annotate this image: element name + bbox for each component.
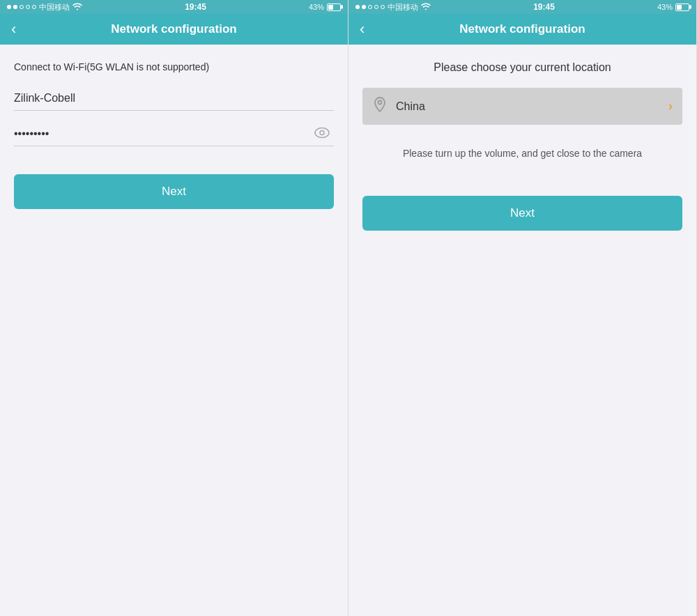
r-dot-1 <box>355 5 360 9</box>
right-next-button[interactable]: Next <box>362 196 682 231</box>
location-name: China <box>396 100 668 113</box>
instruction-text: Please turn up the volume, and get close… <box>362 146 682 161</box>
right-wifi-icon <box>421 2 431 12</box>
right-nav-title: Network configuration <box>459 22 585 36</box>
left-status-left: 中国移动 <box>7 2 82 13</box>
dot-1 <box>7 5 11 9</box>
password-input[interactable] <box>14 122 334 146</box>
left-battery-icon <box>327 3 341 11</box>
left-battery-fill <box>328 5 333 10</box>
right-phone-panel: 中国移动 19:45 43% ‹ Network configuration P… <box>348 0 697 616</box>
location-pin-icon <box>372 96 388 116</box>
r-dot-2 <box>362 5 366 9</box>
right-status-right: 43% <box>657 3 689 11</box>
svg-point-0 <box>315 128 329 137</box>
left-next-button[interactable]: Next <box>14 174 334 209</box>
right-status-left: 中国移动 <box>355 2 431 13</box>
left-carrier: 中国移动 <box>39 2 70 13</box>
dot-3 <box>20 5 24 9</box>
right-time: 19:45 <box>533 2 555 12</box>
right-status-bar: 中国移动 19:45 43% <box>348 0 696 14</box>
left-content: Connect to Wi-Fi(5G WLAN is not supporte… <box>0 45 348 616</box>
right-nav-bar: ‹ Network configuration <box>348 14 696 45</box>
right-back-button[interactable]: ‹ <box>360 22 365 37</box>
right-carrier: 中国移动 <box>388 2 418 13</box>
left-nav-bar: ‹ Network configuration <box>0 14 348 45</box>
r-dot-3 <box>368 5 372 9</box>
signal-dots <box>7 5 36 9</box>
right-battery-percent: 43% <box>657 3 673 11</box>
left-wifi-icon <box>72 2 82 12</box>
right-content: Please choose your current location Chin… <box>348 45 696 616</box>
toggle-password-icon[interactable] <box>314 127 330 141</box>
r-dot-4 <box>374 5 378 9</box>
right-battery-fill <box>677 5 682 10</box>
left-status-right: 43% <box>309 3 341 11</box>
left-phone-panel: 中国移动 19:45 43% ‹ Network configuration C… <box>0 0 348 616</box>
svg-point-2 <box>378 101 382 105</box>
choose-title: Please choose your current location <box>362 61 682 74</box>
right-signal-dots <box>355 5 385 9</box>
svg-point-1 <box>320 130 324 134</box>
left-time: 19:45 <box>185 2 206 12</box>
ssid-input[interactable] <box>14 86 334 111</box>
password-wrapper <box>14 122 334 146</box>
left-status-bar: 中国移动 19:45 43% <box>0 0 348 14</box>
location-selector[interactable]: China › <box>362 88 682 125</box>
left-battery-percent: 43% <box>309 3 324 11</box>
dot-2 <box>13 5 17 9</box>
dot-5 <box>32 5 36 9</box>
connect-label: Connect to Wi-Fi(5G WLAN is not supporte… <box>14 61 334 72</box>
right-battery-icon <box>675 3 689 11</box>
left-back-button[interactable]: ‹ <box>11 22 16 37</box>
left-nav-title: Network configuration <box>111 22 236 36</box>
dot-4 <box>26 5 30 9</box>
chevron-right-icon: › <box>668 99 673 114</box>
r-dot-5 <box>381 5 385 9</box>
